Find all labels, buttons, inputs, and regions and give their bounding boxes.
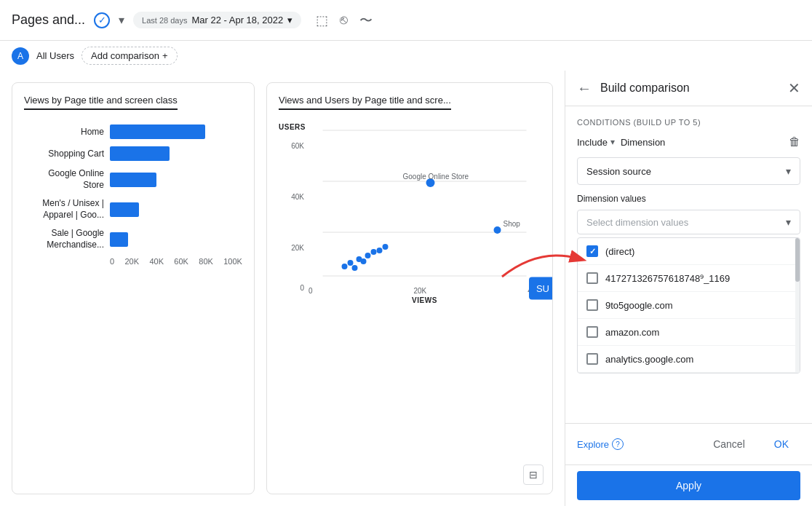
checkbox-label: amazon.com [605, 327, 659, 338]
svg-text:20K: 20K [291, 244, 304, 252]
panel-footer: Explore ? Cancel OK [565, 423, 812, 465]
table-row: Home [24, 124, 242, 139]
bar-fill [110, 202, 139, 217]
checkbox-label: (direct) [605, 246, 634, 257]
list-item[interactable]: ✓ (direct) [578, 238, 800, 265]
content-area: Views by Page title and screen class Hom… [0, 71, 565, 506]
add-comparison-button[interactable]: Add comparison + [81, 47, 178, 65]
scrollbar-thumb[interactable] [795, 238, 800, 282]
dimension-label: Dimension [621, 137, 783, 148]
checkbox-9to5[interactable] [586, 299, 598, 311]
x-tick: 0 [110, 257, 114, 266]
svg-point-8 [341, 264, 347, 269]
dimension-values-dropdown[interactable]: Select dimension values ▾ [577, 210, 800, 234]
checkbox-direct[interactable]: ✓ [586, 245, 598, 257]
checkbox-id[interactable] [586, 272, 598, 284]
svg-point-16 [382, 244, 388, 250]
table-row: Men's / Unisex |Apparel | Goo... [24, 198, 242, 221]
dimension-values-dropdown-icon: ▾ [786, 216, 791, 228]
main-content: Views by Page title and screen class Hom… [0, 71, 812, 506]
checkbox-amazon[interactable] [586, 326, 598, 338]
app-header: Pages and... ✓ ▾ Last 28 days Mar 22 - A… [0, 0, 812, 41]
x-axis-label: VIEWS [309, 296, 541, 304]
svg-point-14 [370, 249, 376, 255]
list-item[interactable]: amazon.com [578, 319, 800, 346]
bar-track [110, 202, 242, 217]
explore-help-icon: ? [612, 438, 624, 450]
dimension-values-label: Dimension values [577, 194, 800, 204]
title-dropdown-icon[interactable]: ▾ [119, 13, 124, 27]
condition-row: Include ▾ Dimension 🗑 [577, 135, 800, 149]
svg-point-15 [376, 248, 382, 253]
check-icon: ✓ [589, 247, 596, 256]
list-item[interactable]: 9to5google.com [578, 292, 800, 319]
scatter-chart-panel: Views and Users by Page title and scre..… [266, 82, 553, 494]
explore-label: Explore [577, 439, 609, 450]
include-dropdown-icon: ▾ [610, 137, 615, 147]
panel-back-button[interactable]: ← [577, 80, 592, 97]
include-button[interactable]: Include ▾ [577, 137, 615, 148]
charts-row: Views by Page title and screen class Hom… [12, 82, 553, 494]
date-range-picker[interactable]: Last 28 days Mar 22 - Apr 18, 2022 ▾ [133, 12, 301, 28]
x-tick: 40K [149, 257, 164, 266]
table-row: Sale | GoogleMerchandise... [24, 228, 242, 250]
bar-track [110, 124, 242, 139]
table-row: Google OnlineStore [24, 168, 242, 191]
bar-fill [110, 124, 205, 139]
date-dropdown-icon: ▾ [287, 15, 292, 25]
delete-condition-button[interactable]: 🗑 [789, 135, 800, 149]
panel-title: Build comparison [600, 82, 788, 95]
checkbox-list: ✓ (direct) 417271326757618748⁹_1169 9to5… [577, 237, 800, 373]
share-icon[interactable]: ⎋ [340, 12, 348, 28]
panel-header: ← Build comparison ✕ [565, 71, 812, 106]
x-axis: 0 20K 40K 60K 80K 100K [24, 257, 242, 266]
bar-track [110, 146, 242, 161]
page-title: Pages and... [12, 12, 85, 28]
bar-fill [110, 232, 128, 247]
chart-feedback-button[interactable]: ⊟ [523, 465, 544, 485]
y-axis-svg: 60K 40K 20K 0 [284, 134, 306, 294]
svg-text:40K: 40K [291, 193, 304, 201]
apply-button[interactable]: Apply [577, 471, 800, 500]
build-comparison-panel: ← Build comparison ✕ CONDITIONS (BUILD U… [565, 71, 812, 506]
checkbox-analytics[interactable] [586, 353, 598, 365]
x-tick: 0 [309, 287, 313, 295]
ok-button[interactable]: OK [763, 432, 800, 456]
include-label: Include [577, 137, 608, 148]
x-tick: 20K [124, 257, 139, 266]
session-source-dropdown-icon: ▾ [786, 165, 791, 177]
checkbox-label: analytics.google.com [605, 354, 693, 365]
svg-point-13 [365, 253, 370, 258]
bar-fill [110, 146, 170, 161]
bar-track [110, 232, 242, 247]
explore-link[interactable]: Explore ? [577, 438, 624, 450]
panel-close-button[interactable]: ✕ [788, 79, 800, 97]
x-tick: 100K [223, 257, 242, 266]
partial-submit-button[interactable]: SU [529, 277, 552, 300]
svg-point-12 [360, 258, 366, 264]
date-range-label: Last 28 days [142, 16, 187, 25]
edit-chart-icon[interactable]: ⬚ [316, 12, 328, 28]
subheader: A All Users Add comparison + [0, 41, 812, 71]
session-source-dropdown[interactable]: Session source ▾ [577, 157, 800, 185]
list-item[interactable]: 417271326757618748⁹_1169 [578, 265, 800, 292]
table-row: Shopping Cart [24, 146, 242, 161]
user-badge: A [12, 47, 29, 65]
bar-chart-panel: Views by Page title and screen class Hom… [12, 82, 255, 494]
svg-text:60K: 60K [291, 142, 304, 150]
trending-icon[interactable]: 〜 [359, 12, 373, 29]
header-action-icons: ⬚ ⎋ 〜 [316, 12, 373, 29]
date-range-value: Mar 22 - Apr 18, 2022 [191, 15, 283, 25]
list-item[interactable]: analytics.google.com [578, 346, 800, 373]
svg-text:Google Online Store: Google Online Store [402, 173, 469, 181]
all-users-label: All Users [36, 50, 74, 61]
x-tick: 80K [199, 257, 213, 266]
scrollbar-track [795, 238, 800, 373]
session-source-value: Session source [586, 166, 651, 177]
scatter-chart-title: Views and Users by Page title and scre..… [279, 95, 451, 110]
dimension-values-placeholder: Select dimension values [586, 217, 688, 228]
status-icon[interactable]: ✓ [94, 12, 110, 28]
add-icon: + [162, 50, 168, 61]
cancel-button[interactable]: Cancel [701, 432, 757, 456]
add-comparison-label: Add comparison [91, 50, 159, 61]
